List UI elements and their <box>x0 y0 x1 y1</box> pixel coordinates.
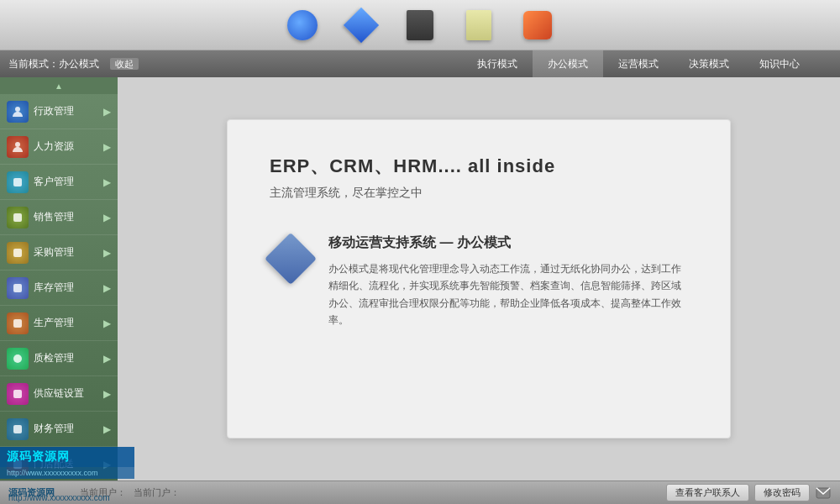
sidebar-item-supplier[interactable]: 供应链设置 ▶ <box>0 376 118 412</box>
book-nav-icon[interactable] <box>403 8 437 42</box>
svg-point-7 <box>13 354 22 363</box>
section-body: 办公模式是将现代化管理理念导入动态工作流，通过无纸化协同办公，达到工作精细化、流… <box>328 260 688 329</box>
sidebar-label-production: 生产管理 <box>34 316 103 330</box>
main-layout: ▲ 行政管理 ▶ 人力资源 ▶ 客户管理 ▶ <box>0 77 840 480</box>
section-heading: 移动运营支持系统 — 办公模式 <box>328 234 688 252</box>
bottom-right-area: 查看客户联系人 修改密码 <box>666 484 832 501</box>
sidebar: ▲ 行政管理 ▶ 人力资源 ▶ 客户管理 ▶ <box>0 77 118 480</box>
sidebar-label-inventory: 库存管理 <box>34 281 103 295</box>
section-icon <box>270 238 312 280</box>
collapse-button[interactable]: 收起 <box>110 58 139 70</box>
tab-decision[interactable]: 决策模式 <box>674 50 744 77</box>
sidebar-label-supplier: 供应链设置 <box>34 386 103 401</box>
tab-knowledge[interactable]: 知识中心 <box>744 50 815 77</box>
sidebar-arrow-sales: ▶ <box>103 212 111 223</box>
hr-icon <box>7 136 29 158</box>
sidebar-arrow-inventory: ▶ <box>103 282 111 294</box>
sidebar-label-quality: 质检管理 <box>34 351 103 365</box>
top-bar <box>0 0 840 50</box>
svg-rect-6 <box>13 319 22 328</box>
svg-rect-4 <box>13 249 22 257</box>
sidebar-label-finance: 财务管理 <box>34 422 103 436</box>
svg-rect-5 <box>13 284 22 292</box>
production-icon <box>7 312 29 334</box>
tab-execute[interactable]: 执行模式 <box>462 50 533 77</box>
mode-tabs: 执行模式 办公模式 运营模式 决策模式 知识中心 <box>462 50 815 77</box>
svg-rect-3 <box>13 213 22 222</box>
card-section-text: 移动运营支持系统 — 办公模式 办公模式是将现代化管理理念导入动态工作流，通过无… <box>328 234 688 329</box>
svg-rect-2 <box>13 178 22 186</box>
sidebar-scroll-up[interactable]: ▲ <box>0 77 118 94</box>
admin-icon <box>7 101 29 123</box>
bottom-left-area: 源码资源网 http://www.xxxxxxxxxx.com <box>8 486 55 499</box>
sidebar-label-sales: 销售管理 <box>34 210 103 224</box>
card-subtitle: 主流管理系统，尽在掌控之中 <box>270 186 423 201</box>
sidebar-arrow-finance: ▶ <box>103 423 111 435</box>
sidebar-arrow-production: ▶ <box>103 318 111 329</box>
svg-point-0 <box>15 107 20 112</box>
cube-nav-icon[interactable] <box>521 8 554 42</box>
sidebar-item-customer[interactable]: 客户管理 ▶ <box>0 165 118 200</box>
sidebar-arrow-customer: ▶ <box>103 176 111 188</box>
supplier-icon <box>7 383 29 405</box>
email-icon[interactable] <box>815 486 832 500</box>
sidebar-item-finance[interactable]: 财务管理 ▶ <box>0 412 118 447</box>
current-mode-text: 当前模式：办公模式 <box>8 58 99 70</box>
tab-office[interactable]: 办公模式 <box>533 50 603 77</box>
tab-ops[interactable]: 运营模式 <box>603 50 674 77</box>
sidebar-label-store-delivery: 门店配送 <box>34 457 103 471</box>
view-contacts-button[interactable]: 查看客户联系人 <box>666 484 749 501</box>
sidebar-arrow-quality: ▶ <box>103 353 111 365</box>
store-delivery-icon <box>7 454 29 475</box>
svg-rect-10 <box>13 460 22 469</box>
sales-icon <box>7 207 29 228</box>
finance-icon <box>7 418 29 440</box>
svg-point-1 <box>15 142 20 147</box>
content-card: ERP、CRM、HRM.... all inside 主流管理系统，尽在掌控之中… <box>227 119 731 438</box>
customer-icon <box>7 171 29 193</box>
top-icons <box>286 8 554 42</box>
purchase-icon <box>7 242 29 264</box>
sidebar-arrow-admin: ▶ <box>103 106 111 118</box>
svg-rect-9 <box>13 425 22 433</box>
sidebar-item-purchase[interactable]: 采购管理 ▶ <box>0 235 118 270</box>
up-arrow-icon: ▲ <box>55 81 63 91</box>
main-content: ERP、CRM、HRM.... all inside 主流管理系统，尽在掌控之中… <box>118 77 840 480</box>
globe-nav-icon[interactable] <box>286 8 319 42</box>
sidebar-item-store-delivery[interactable]: 门店配送 ▶ <box>0 447 118 480</box>
sidebar-item-inventory[interactable]: 库存管理 ▶ <box>0 270 118 306</box>
card-title: ERP、CRM、HRM.... all inside <box>270 154 555 179</box>
sidebar-item-hr[interactable]: 人力资源 ▶ <box>0 129 118 165</box>
inventory-icon <box>7 277 29 299</box>
sidebar-arrow-purchase: ▶ <box>103 247 111 259</box>
change-password-button[interactable]: 修改密码 <box>754 484 810 501</box>
bottom-bar: 源码资源网 http://www.xxxxxxxxxx.com 当前用户： 当前… <box>0 480 840 504</box>
diamond-nav-icon[interactable] <box>344 8 378 42</box>
bottom-watermark: http://www.xxxxxxxxxx.com <box>8 493 110 502</box>
doc-nav-icon[interactable] <box>462 8 496 42</box>
sidebar-item-production[interactable]: 生产管理 ▶ <box>0 306 118 341</box>
card-section: 移动运营支持系统 — 办公模式 办公模式是将现代化管理理念导入动态工作流，通过无… <box>270 234 688 329</box>
quality-icon <box>7 348 29 370</box>
svg-rect-8 <box>13 390 22 398</box>
sidebar-label-purchase: 采购管理 <box>34 245 103 260</box>
sidebar-item-quality[interactable]: 质检管理 ▶ <box>0 341 118 376</box>
sidebar-arrow-supplier: ▶ <box>103 388 111 400</box>
sidebar-item-sales[interactable]: 销售管理 ▶ <box>0 200 118 235</box>
sidebar-label-customer: 客户管理 <box>34 175 103 189</box>
sidebar-arrow-hr: ▶ <box>103 141 111 153</box>
sidebar-label-admin: 行政管理 <box>34 104 103 118</box>
section-diamond-icon <box>265 233 317 285</box>
sidebar-item-admin[interactable]: 行政管理 ▶ <box>0 94 118 129</box>
mode-bar: 当前模式：办公模式 收起 执行模式 办公模式 运营模式 决策模式 知识中心 <box>0 50 840 77</box>
sidebar-arrow-store-delivery: ▶ <box>103 459 111 470</box>
sidebar-label-hr: 人力资源 <box>34 139 103 154</box>
current-mode-label: 当前模式：办公模式 收起 <box>8 57 147 71</box>
